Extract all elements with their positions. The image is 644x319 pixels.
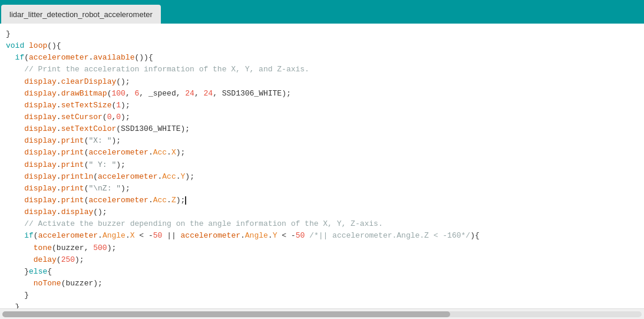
code-line-5: if(accelerometer.available()){ [0,52,644,64]
code-line-25: noTone(buzzer); [0,278,644,290]
tab-label: lidar_litter_detection_robot_acceleromet… [9,10,153,19]
code-line-16: display.print("\nZ: "); [0,183,644,195]
code-line-20: // Activate the buzzer depending on the … [0,218,644,230]
scrollbar-thumb[interactable] [2,311,450,317]
code-line-26: } [0,290,644,301]
tab-bar: lidar_litter_detection_robot_acceleromet… [0,0,644,24]
code-line-24: }else{ [0,266,644,278]
code-line-10: display.setCursor(0,0); [0,111,644,123]
code-line-23: delay(250); [0,254,644,266]
code-line-12: display.print("X: "); [0,135,644,147]
scrollbar-track[interactable] [2,311,642,317]
code-line-21: if(accelerometer.Angle.X < -50 || accele… [0,230,644,242]
code-line-18: display.display(); [0,206,644,218]
code-line-22: tone(buzzer, 500); [0,242,644,254]
code-line-15: display.println(accelerometer.Acc.Y); [0,171,644,183]
code-line-14: display.print(" Y: "); [0,159,644,171]
code-line-4: void loop(){ [0,40,644,52]
code-line-27: } [0,301,644,308]
code-line-8: display.drawBitmap(100, 6, _speed, 24, 2… [0,88,644,100]
code-line-1: } [0,28,644,40]
code-line-13: display.print(accelerometer.Acc.X); [0,147,644,159]
code-line-7: display.clearDisplay(); [0,76,644,88]
scrollbar-area[interactable] [0,308,644,319]
code-line-17: display.print(accelerometer.Acc.Z); [0,195,644,206]
code-line-11: display.setTextColor(SSD1306_WHITE); [0,123,644,135]
editor-area: } void loop(){ if(accelerometer.availabl… [0,24,644,308]
code-line-9: display.setTextSize(1); [0,100,644,111]
code-line-6: // Print the acceleration information of… [0,64,644,75]
file-tab[interactable]: lidar_litter_detection_robot_acceleromet… [1,5,161,24]
